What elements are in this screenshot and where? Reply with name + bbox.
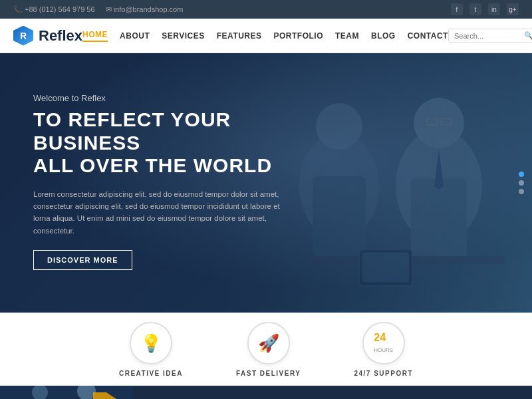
nav-contact[interactable]: CONTACT [408,31,448,41]
dot-3[interactable] [519,189,524,194]
nav-about[interactable]: ABOUT [120,31,150,41]
hero-title-line1: TO REFLECT YOUR BUSINESS [33,108,231,154]
svg-point-16 [77,386,96,399]
svg-rect-11 [362,253,409,282]
hero-dots [519,172,524,194]
delivery-icon-circle: 🚀 [247,322,290,364]
phone-icon: 📞 [13,5,23,13]
phone-info: 📞 +88 (012) 564 979 56 [13,5,95,14]
hero-description: Lorem consectetur adipiscing elit, sed d… [33,188,286,237]
hero-section: Welcome to Reflex TO REFLECT YOUR BUSINE… [0,53,532,313]
support-icon: 24HOURS [374,332,393,354]
nav-blog[interactable]: BLOG [371,31,396,41]
logo-letter: R [20,31,27,41]
nav-services[interactable]: SERVICES [162,31,204,41]
support-icon-circle: 24HOURS [362,322,405,364]
email-address: info@brandshop.com [114,5,184,13]
hero-content: Welcome to Reflex TO REFLECT YOUR BUSINE… [33,93,313,270]
feature-creative: 💡 CREATIVE IDEA [119,322,183,377]
svg-rect-2 [313,176,366,256]
fast-delivery-icon: 🚀 [258,333,279,354]
logo-icon: R [13,26,33,46]
search-icon[interactable]: 🔍 [524,31,532,40]
twitter-icon[interactable]: t [469,3,481,15]
support-label: 24/7 SUPPORT [354,370,413,377]
nav-portfolio[interactable]: PORTFOLIO [273,31,323,41]
search-input[interactable] [454,32,521,40]
dot-2[interactable] [519,180,524,186]
svg-rect-5 [411,178,467,261]
svg-point-14 [32,386,48,399]
bottom-person-image [0,386,133,399]
creative-icon-circle: 💡 [130,322,172,364]
main-nav: HOME ABOUT SERVICES FEATURES PORTFOLIO T… [82,30,448,42]
dot-1[interactable] [519,172,524,177]
phone-number: +88 (012) 564 979 56 [25,5,95,13]
feature-support: 24HOURS 24/7 SUPPORT [354,322,413,377]
discover-more-button[interactable]: DISCOVER MORE [33,250,132,270]
email-info: ✉ info@brandshop.com [106,5,184,14]
mail-icon: ✉ [106,5,112,13]
delivery-label: FAST DELIVERY [236,370,301,377]
feature-delivery: 🚀 FAST DELIVERY [236,322,301,377]
logo-text: Reflex [39,27,82,45]
nav-team[interactable]: TEAM [335,31,359,41]
creative-label: CREATIVE IDEA [119,370,183,377]
linkedin-icon[interactable]: in [488,3,500,15]
svg-point-1 [316,103,362,150]
svg-point-4 [414,98,464,148]
bottom-section [0,386,532,399]
hero-title-line2: ALL OVER THE WORLD [33,154,272,176]
logo: R Reflex [13,26,82,46]
nav-features[interactable]: FEATURES [217,31,262,41]
social-links: f t in g+ [451,3,519,15]
features-section: 💡 CREATIVE IDEA 🚀 FAST DELIVERY 24HOURS … [0,313,532,386]
nav-home[interactable]: HOME [82,30,108,42]
hero-subtitle: Welcome to Reflex [33,93,313,103]
hero-title: TO REFLECT YOUR BUSINESS ALL OVER THE WO… [33,108,313,178]
facebook-icon[interactable]: f [451,3,463,15]
search-box[interactable]: 🔍 [448,29,532,43]
header: R Reflex HOME ABOUT SERVICES FEATURES PO… [0,19,532,53]
topbar: 📞 +88 (012) 564 979 56 ✉ info@brandshop.… [0,0,532,19]
creative-idea-icon: 💡 [140,333,162,354]
bottom-image [0,386,133,399]
topbar-contact: 📞 +88 (012) 564 979 56 ✉ info@brandshop.… [13,5,183,14]
googleplus-icon[interactable]: g+ [507,3,519,15]
